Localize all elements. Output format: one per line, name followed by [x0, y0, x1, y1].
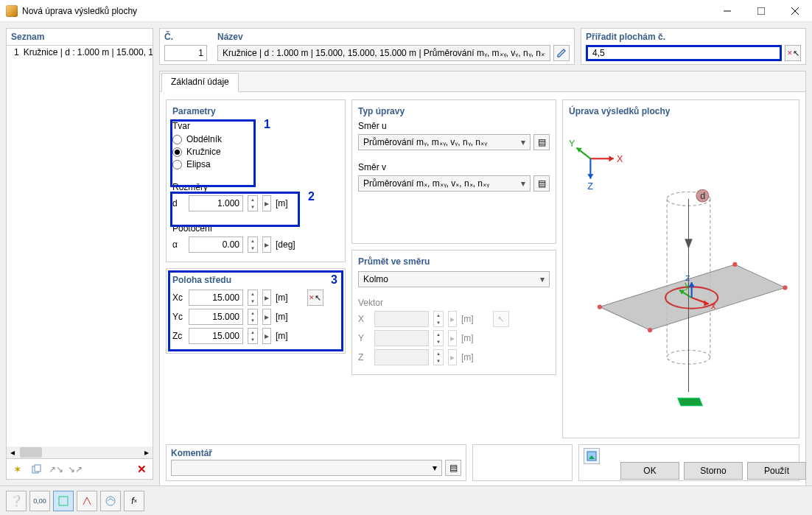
- parameters-title: Parametry: [172, 106, 339, 116]
- units-button[interactable]: 0,00: [29, 491, 50, 511]
- delete-item-button[interactable]: ✕: [133, 461, 150, 477]
- d-unit: [m]: [276, 198, 288, 209]
- vz-unit: [m]: [461, 352, 474, 362]
- number-label: Č.: [164, 32, 207, 42]
- preview-refresh-button[interactable]: [584, 448, 600, 464]
- app-icon: [6, 5, 18, 17]
- view-mode-1[interactable]: [53, 491, 74, 511]
- radio-circle[interactable]: Kružnice: [172, 147, 339, 157]
- rotation-label: Pootočení: [172, 223, 339, 234]
- svg-text:X: X: [617, 154, 623, 164]
- alpha-spinner[interactable]: ▲▼: [248, 237, 258, 253]
- view-mode-2[interactable]: [77, 491, 97, 511]
- vy-step-button: ▸: [448, 330, 457, 346]
- list-item[interactable]: 1 Kružnice | d : 1.000 m | 15.000, 1: [7, 46, 153, 59]
- titlebar: Nová úprava výsledků plochy: [0, 0, 812, 22]
- svg-text:Z: Z: [587, 181, 593, 192]
- svg-marker-32: [678, 398, 703, 405]
- copy-item-button[interactable]: [29, 461, 45, 477]
- name-label: Název: [217, 32, 570, 42]
- alpha-step-button[interactable]: ▸: [262, 237, 271, 253]
- minimize-button[interactable]: [710, 0, 744, 22]
- yc-step-button[interactable]: ▸: [262, 309, 271, 325]
- help-button[interactable]: ❔: [6, 491, 27, 511]
- preview-panel: Úprava výsledků plochy X Y Z: [562, 99, 799, 438]
- center-spacer: [472, 444, 573, 481]
- vx-label: X: [358, 314, 370, 324]
- list-toolbar: ✶ ↗↘ ↘↗ ✕: [6, 459, 153, 480]
- zc-input[interactable]: [189, 328, 243, 344]
- svg-marker-9: [587, 174, 593, 178]
- svg-point-14: [598, 304, 602, 309]
- name-input[interactable]: [217, 45, 550, 61]
- list-item-num: 1: [14, 47, 19, 57]
- alpha-input[interactable]: [189, 237, 243, 253]
- cancel-button[interactable]: Storno: [684, 462, 743, 480]
- vy-unit: [m]: [461, 333, 474, 343]
- yc-label: Yc: [172, 312, 184, 322]
- radio-ellipse[interactable]: Elipsa: [172, 159, 339, 169]
- apply-button[interactable]: Použít: [747, 462, 806, 480]
- annotation-3: 3: [331, 273, 337, 287]
- close-button[interactable]: [778, 0, 812, 22]
- new-item-button[interactable]: ✶: [10, 461, 26, 477]
- direction-v-dropdown[interactable]: Průměrování mₓ, mₓᵧ, vₓ, nₓ, nₓᵧ▾: [358, 175, 531, 192]
- list-body: 1 Kružnice | d : 1.000 m | 15.000, 1 ◂▸: [6, 46, 153, 459]
- yc-unit: [m]: [276, 312, 288, 322]
- view-mode-4[interactable]: fx: [124, 491, 144, 511]
- svg-text:Y: Y: [569, 139, 575, 149]
- radio-rectangle[interactable]: Obdélník: [172, 134, 339, 144]
- zc-label: Zc: [172, 331, 184, 341]
- vz-input: [374, 349, 429, 365]
- direction-u-label: Směr u: [358, 121, 550, 131]
- zc-spinner[interactable]: ▲▼: [248, 328, 258, 344]
- alpha-unit: [deg]: [276, 239, 295, 250]
- zc-step-button[interactable]: ▸: [262, 328, 271, 344]
- direction-u-dropdown[interactable]: Průměrování mᵧ, mₓᵧ, vᵧ, nᵧ, nₓᵧ▾: [358, 134, 531, 150]
- edit-name-button[interactable]: [553, 45, 570, 61]
- d-spinner[interactable]: ▲▼: [248, 195, 258, 211]
- svg-point-15: [732, 262, 737, 267]
- comment-title: Komentář: [171, 448, 461, 458]
- list-header: Seznam: [6, 28, 153, 46]
- vz-spinner: ▲▼: [433, 349, 444, 365]
- yc-spinner[interactable]: ▲▼: [248, 309, 258, 325]
- svg-point-17: [648, 328, 652, 332]
- xc-spinner[interactable]: ▲▼: [248, 290, 258, 306]
- bottom-toolbar: ❔ 0,00 fx: [0, 486, 812, 515]
- unlink-item-button[interactable]: ↘↗: [67, 461, 83, 477]
- direction-u-lib-button[interactable]: ▤: [533, 134, 550, 150]
- svg-marker-29: [685, 239, 692, 249]
- vy-input: [374, 330, 429, 346]
- h-scrollbar[interactable]: ◂▸: [7, 446, 153, 458]
- vx-input: [374, 311, 429, 327]
- svg-text:d: d: [700, 191, 705, 201]
- d-step-button[interactable]: ▸: [262, 195, 271, 211]
- d-input[interactable]: [189, 195, 243, 211]
- xc-step-button[interactable]: ▸: [262, 290, 271, 306]
- svg-text:x: x: [711, 301, 716, 311]
- pick-center-button[interactable]: ✕↖: [307, 290, 323, 306]
- direction-v-label: Směr v: [358, 162, 550, 172]
- ok-button[interactable]: OK: [620, 462, 679, 480]
- comment-lib-button[interactable]: ▤: [445, 460, 461, 476]
- pick-surfaces-button[interactable]: ✕↖: [785, 45, 801, 61]
- window-title: Nová úprava výsledků plochy: [22, 6, 710, 16]
- direction-v-lib-button[interactable]: ▤: [533, 175, 550, 192]
- number-input[interactable]: [164, 45, 207, 61]
- projection-dropdown[interactable]: Kolmo▾: [358, 271, 550, 287]
- view-mode-3[interactable]: [100, 491, 121, 511]
- shape-label: Tvar: [172, 121, 339, 131]
- assign-surfaces-input[interactable]: [586, 45, 782, 61]
- zc-unit: [m]: [276, 331, 288, 341]
- svg-text:z: z: [685, 273, 690, 283]
- vx-step-button: ▸: [448, 311, 457, 327]
- link-item-button[interactable]: ↗↘: [48, 461, 64, 477]
- svg-point-16: [783, 285, 787, 290]
- tab-basic-data[interactable]: Základní údaje: [161, 73, 239, 92]
- maximize-button[interactable]: [744, 0, 778, 22]
- yc-input[interactable]: [189, 309, 243, 325]
- alpha-label: α: [172, 239, 184, 250]
- comment-dropdown[interactable]: ▾: [171, 460, 442, 476]
- xc-input[interactable]: [189, 290, 243, 306]
